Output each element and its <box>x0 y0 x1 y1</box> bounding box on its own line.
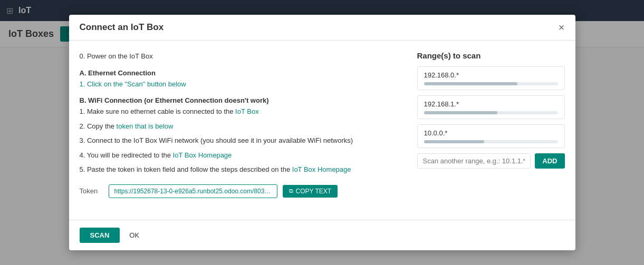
close-button[interactable]: × <box>559 22 565 33</box>
step-b2: 2. Copy the token that is below <box>80 121 401 132</box>
range-ip-2: 192.168.1.* <box>424 100 558 108</box>
range-bar-bg-3 <box>424 140 558 143</box>
token-label: Token <box>80 187 103 195</box>
scan-button[interactable]: SCAN <box>80 228 120 243</box>
modal-title: Connect an IoT Box <box>80 22 164 33</box>
step-0: 0. Power on the IoT Box <box>80 51 401 62</box>
range-item-2: 192.168.1.* <box>417 95 565 119</box>
modal-right-panel: Range(s) to scan 192.168.0.* 192.168.1.*… <box>417 51 565 209</box>
range-item-3: 10.0.0.* <box>417 124 565 148</box>
modal-left-panel: 0. Power on the IoT Box A. Ethernet Conn… <box>80 51 401 209</box>
section-b-title: B. WiFi Connection (or Ethernet Connecti… <box>80 96 401 104</box>
section-a-title: A. Ethernet Connection <box>80 69 401 77</box>
step-b3: 3. Connect to the IoT Box WiFi network (… <box>80 135 401 146</box>
modal-header: Connect an IoT Box × <box>69 15 575 41</box>
copy-icon: ⧉ <box>289 188 293 194</box>
range-bar-fill-1 <box>424 82 518 85</box>
modal-footer: SCAN OK <box>69 220 575 250</box>
modal-body: 0. Power on the IoT Box A. Ethernet Conn… <box>69 41 575 220</box>
step-b4: 4. You will be redirected to the IoT Box… <box>80 150 401 161</box>
range-bar-bg-1 <box>424 82 558 85</box>
step-a1-text: 1. Click on the "Scan" button below <box>80 80 186 88</box>
range-bar-fill-2 <box>424 111 498 114</box>
range-item-1: 192.168.0.* <box>417 66 565 90</box>
connect-iot-modal: Connect an IoT Box × 0. Power on the IoT… <box>69 15 575 250</box>
ranges-title: Range(s) to scan <box>417 51 565 60</box>
step-a1: 1. Click on the "Scan" button below <box>80 79 401 90</box>
add-range-row: ADD <box>417 153 565 169</box>
add-range-button[interactable]: ADD <box>535 153 564 169</box>
token-row: Token https://1952678-13-0-e926a5.runbot… <box>80 184 401 198</box>
modal-overlay: Connect an IoT Box × 0. Power on the IoT… <box>0 0 644 265</box>
step-b5: 5. Paste the token in token field and fo… <box>80 164 401 175</box>
ok-button[interactable]: OK <box>125 228 143 243</box>
token-value: https://1952678-13-0-e926a5.runbot25.odo… <box>109 184 277 198</box>
step-b1: 1. Make sure no ethernet cable is connec… <box>80 106 401 117</box>
range-ip-1: 192.168.0.* <box>424 71 558 79</box>
range-bar-fill-3 <box>424 140 484 143</box>
add-range-input[interactable] <box>417 153 531 169</box>
copy-text-button[interactable]: ⧉ COPY TEXT <box>283 185 338 198</box>
range-ip-3: 10.0.0.* <box>424 129 558 137</box>
range-bar-bg-2 <box>424 111 558 114</box>
copy-text-label: COPY TEXT <box>296 188 332 195</box>
